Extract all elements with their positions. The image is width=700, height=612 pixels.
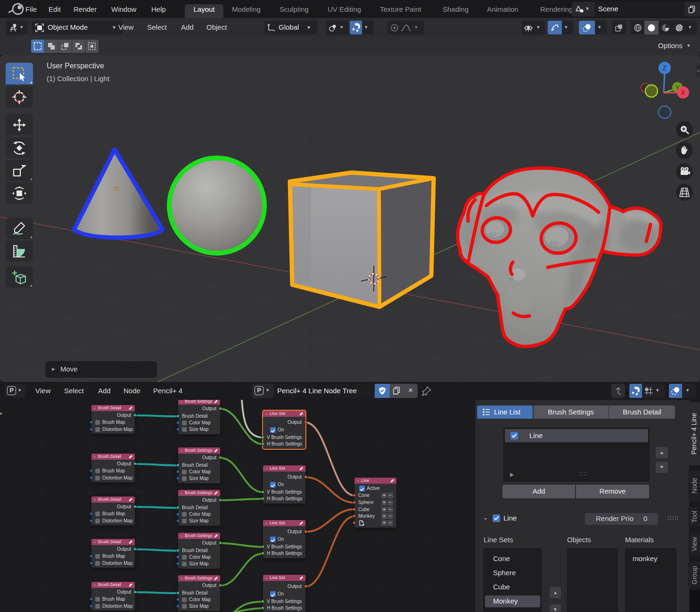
svg-text:Z: Z bbox=[663, 64, 667, 72]
svg-text:X: X bbox=[681, 89, 685, 96]
